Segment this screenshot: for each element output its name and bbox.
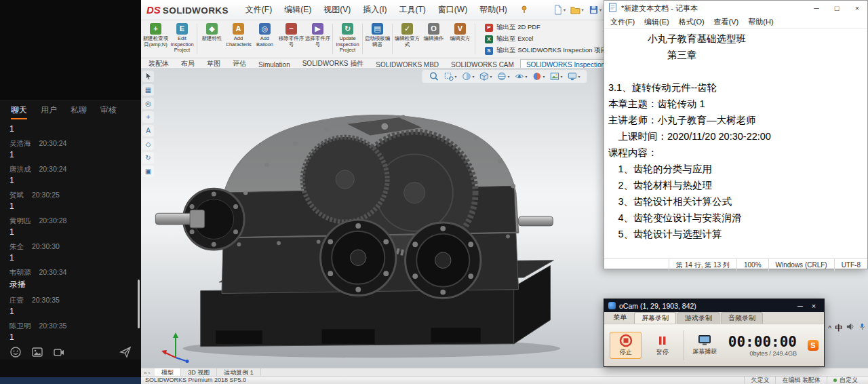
ds-logo: DS [146, 4, 161, 16]
export-sw-inspection-project[interactable]: S输出至 SOLIDWORKS Inspection 项目 [485, 46, 607, 55]
chat-user: 吴浩海 [9, 139, 31, 147]
chat-text: 1 [9, 124, 132, 134]
menu-edit[interactable]: 编辑(E) [278, 0, 317, 20]
ribbon-launch-template-editor[interactable]: ▤启动模板编辑器 [364, 20, 391, 58]
image-icon[interactable] [31, 346, 43, 358]
notepad-menu-view[interactable]: 查看(V) [709, 17, 744, 27]
ribbon-remove-balloon[interactable]: −移除零件序号 [278, 20, 304, 58]
chat-time: 20:30:35 [32, 296, 60, 304]
chat-time: 20:30:24 [39, 165, 67, 173]
ribbon-new-inspection-project[interactable]: +新建检查项目(amp;N) [142, 20, 169, 58]
ocam-tab-screen-record[interactable]: 屏幕录制 [634, 312, 676, 324]
chat-time: 20:30:30 [32, 242, 60, 250]
record-size: 0bytes / 249.4GB [749, 350, 797, 357]
screen-capture-button[interactable]: 屏幕捕获 [690, 334, 720, 356]
chat-message: 庄壹20:30:35 1 [9, 296, 132, 316]
chat-user: 唐洪成 [9, 165, 31, 173]
menu-bar: 文件(F) 编辑(E) 视图(V) 插入(I) 工具(T) 窗口(W) 帮助(H… [239, 0, 513, 20]
export-excel[interactable]: X输出至 Excel [485, 35, 607, 43]
gearbox-model[interactable] [148, 80, 582, 365]
ribbon-edit-inspection-project[interactable]: EEdit Inspection Project [169, 20, 195, 58]
minimize-button[interactable]: ─ [806, 1, 827, 16]
close-button[interactable]: × [847, 1, 867, 16]
chat-user: 朱全 [9, 242, 24, 250]
ribbon-edit-operation[interactable]: O编辑操作 [420, 20, 447, 58]
chat-tab-private[interactable]: 私聊 [71, 104, 87, 116]
tray-chevron-icon[interactable]: ^ [828, 324, 831, 331]
text-line: 3.1、旋转传动元件--齿轮 [608, 79, 863, 96]
ocam-menubar: 菜单 屏幕录制 游戏录制 音频录制 [604, 312, 824, 324]
ribbon-edit-inspection-method[interactable]: ✓编辑检查方式 [394, 20, 420, 58]
chat-text: 1 [9, 176, 132, 185]
ocam-menu[interactable]: 菜单 [607, 313, 633, 324]
zoom-level: 100% [736, 259, 768, 271]
new-document-icon[interactable]: ▾ [553, 5, 566, 15]
chat-text: 1 [9, 307, 132, 316]
ribbon-new-characteristic[interactable]: ◆新建特性 [199, 20, 225, 58]
coordinate-triad [160, 329, 191, 363]
pin-menu-icon[interactable] [520, 4, 528, 16]
speaker-icon[interactable] [846, 322, 854, 334]
chat-tab-users[interactable]: 用户 [41, 104, 57, 116]
screen: 聊天 用户 私聊 审核 1 吴浩海20:30:24 1 唐洪成20:30:24 … [0, 0, 868, 384]
video-area [0, 0, 141, 101]
ime-indicator[interactable]: 中 [835, 323, 842, 333]
tab-scroll-arrows-icon[interactable]: «‹ [144, 370, 151, 376]
menu-view[interactable]: 视图(V) [317, 0, 357, 20]
save-icon[interactable]: ▾ [589, 5, 602, 15]
chat-tab-chat[interactable]: 聊天 [11, 104, 27, 116]
maximize-button[interactable]: □ [827, 1, 847, 16]
pause-button[interactable]: 暂停 [647, 334, 677, 357]
ocam-app-icon [608, 302, 616, 309]
chat-input[interactable] [0, 360, 141, 377]
ocam-titlebar[interactable]: oCam (1, 29, 1903, 842) ─ × [604, 299, 824, 312]
text-line: 上课时间：2020/11/20 20:30-22:00 [608, 128, 863, 145]
notepad-text-area[interactable]: 小丸子教育基础选型班 第三章 3.1、旋转传动元件--齿轮 本章主题：齿轮传动 … [604, 29, 867, 258]
chat-text: 1 [9, 253, 132, 263]
chat-time: 20:30:25 [32, 191, 60, 199]
status-product: SOLIDWORKS Premium 2018 SP5.0 [145, 377, 246, 384]
ocam-close-button[interactable]: × [808, 302, 820, 310]
ribbon-add-characteristic[interactable]: AAdd Characteristic [225, 20, 252, 58]
tray-icons: ^ 中 [828, 322, 867, 334]
status-customize[interactable]: 自定义 [827, 377, 864, 384]
ocam-window: oCam (1, 29, 1903, 842) ─ × 菜单 屏幕录制 游戏录制… [604, 299, 825, 367]
ocam-minimize-button[interactable]: ─ [794, 302, 806, 310]
text-line: 3、齿轮设计相关计算公式 [608, 193, 863, 210]
emoji-icon[interactable] [9, 346, 22, 358]
open-document-icon[interactable]: ▾ [570, 5, 584, 15]
chat-scrollbar[interactable] [138, 280, 140, 328]
s-logo-tray-icon[interactable]: S [808, 340, 818, 351]
ribbon-update-inspection-project[interactable]: ↻Update Inspection Project [334, 20, 361, 58]
notepad-menu-format[interactable]: 格式(O) [674, 17, 709, 27]
menu-tools[interactable]: 工具(T) [393, 0, 432, 20]
text-line: 课程内容： [608, 145, 863, 161]
menu-insert[interactable]: 插入(I) [357, 0, 393, 20]
chat-message: 贺斌20:30:25 1 [9, 191, 132, 211]
ocam-tab-game-record[interactable]: 游戏录制 [677, 312, 719, 324]
export-2d-pdf[interactable]: P输出至 2D PDF [485, 23, 607, 32]
camera-icon[interactable] [53, 346, 65, 358]
text-line: 5、齿轮设计与选型计算 [608, 226, 863, 242]
notepad-menu-help[interactable]: 帮助(H) [743, 17, 778, 27]
notepad-menu-edit[interactable]: 编辑(E) [639, 17, 674, 27]
menu-help[interactable]: 帮助(H) [473, 0, 513, 20]
encoding: UTF-8 [834, 259, 867, 271]
chat-message-list: 1 吴浩海20:30:24 1 唐洪成20:30:24 1 贺斌20:30:25… [0, 119, 141, 342]
ribbon-edit-vendor[interactable]: V编辑卖方 [447, 20, 473, 58]
notepad-titlebar[interactable]: *新建文本文档 - 记事本 ─ □ × [604, 1, 867, 16]
send-icon[interactable] [119, 346, 132, 358]
menu-window[interactable]: 窗口(W) [432, 0, 473, 20]
chat-tab-review[interactable]: 审核 [100, 104, 117, 116]
chat-message: 1 [9, 124, 132, 134]
ocam-tab-audio-record[interactable]: 音频录制 [721, 312, 763, 324]
ribbon-add-balloon[interactable]: ◎Add Balloon [252, 20, 278, 58]
brand-name: SOLIDWORKS [163, 5, 229, 16]
stop-record-button[interactable]: 停止 [610, 332, 642, 359]
mic-icon[interactable] [858, 322, 867, 334]
notepad-menu-file[interactable]: 文件(F) [606, 17, 639, 27]
menu-file[interactable]: 文件(F) [239, 0, 278, 20]
ribbon-select-balloon[interactable]: ▶选择零件序号 [304, 20, 331, 58]
chat-message: 黄明匹20:30:28 1 [9, 216, 132, 237]
chat-message: 吴浩海20:30:24 1 [9, 139, 132, 159]
